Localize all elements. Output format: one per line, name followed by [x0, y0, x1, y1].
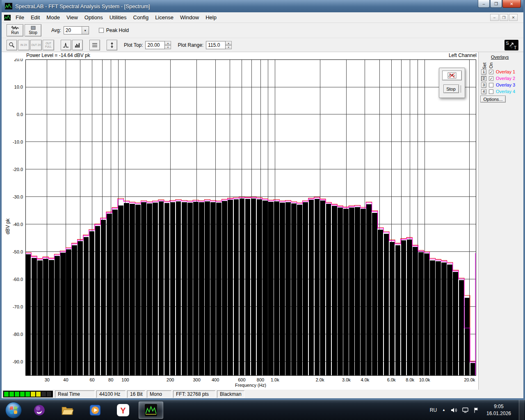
spectrum-bar — [338, 208, 343, 375]
yandex-browser-icon: Y — [117, 404, 129, 416]
language-indicator[interactable]: RU — [430, 407, 437, 413]
mdi-restore-button[interactable]: ❐ — [500, 14, 508, 21]
plot-range-input[interactable] — [206, 41, 226, 49]
menu-edit[interactable]: Edit — [27, 13, 43, 22]
taskbar-app-messenger[interactable] — [27, 402, 52, 419]
level-meter-segment-yellow — [31, 392, 35, 397]
overlay-set-button-4[interactable]: 4 — [481, 89, 486, 94]
spectrum-bar — [37, 260, 43, 375]
spectrum-bar — [153, 203, 158, 375]
overlay-checkbox-2[interactable]: ✓ — [489, 76, 493, 81]
menu-file[interactable]: File — [12, 13, 27, 22]
status-panel-2: 16 Bit — [127, 390, 145, 398]
spectrum-plot[interactable]: 20.010.00.0-10.0-20.0-30.0-40.0-50.0-60.… — [2, 59, 478, 390]
overlay-checkbox-1[interactable]: ✓ — [489, 70, 493, 74]
clock[interactable]: 9:05 16.01.2026 — [484, 403, 514, 416]
stop-button-label: Stop — [29, 30, 37, 35]
zoom-button[interactable] — [7, 40, 17, 50]
spectrum-bar — [49, 260, 54, 375]
show-desktop-button[interactable] — [519, 400, 524, 420]
spectrum-bar — [378, 230, 383, 376]
zoom-out-full-button[interactable]: OUT FULL — [43, 40, 54, 50]
menu-config[interactable]: Config — [130, 13, 152, 22]
mdi-minimize-button[interactable]: – — [490, 14, 499, 21]
spectrum-bar — [326, 204, 331, 375]
y-tick-label: -50.0 — [13, 249, 23, 254]
x-tick-label: 4.0k — [361, 377, 370, 382]
level-meter-segment-green — [25, 392, 30, 397]
display-icon[interactable] — [462, 407, 468, 413]
overlay-set-button-1[interactable]: 1 — [481, 69, 486, 75]
overlays-on-column-label: On — [488, 62, 493, 68]
avg-combobox[interactable]: 20 — [64, 26, 89, 34]
menu-mode[interactable]: Mode — [43, 13, 63, 22]
y-tick-label: -60.0 — [13, 277, 23, 282]
overlay-label-4: Overlay 4 — [496, 89, 515, 94]
avg-label: Avg: — [51, 27, 61, 33]
status-panel-4: FFT: 32768 pts — [173, 390, 215, 398]
system-tray: RU ▲ 9:05 16.01.2026 — [430, 400, 525, 420]
spectralab-app-icon — [5, 3, 12, 9]
stop-button[interactable]: Stop — [25, 24, 41, 37]
chart-header: Power Level = -14.64 dBV pk Left Channel — [2, 52, 478, 59]
overlay-set-button-3[interactable]: 3 — [481, 82, 486, 88]
overlay-checkbox-4[interactable] — [489, 89, 493, 94]
plot-top-input[interactable] — [145, 41, 165, 49]
level-meter-segment-green — [20, 392, 25, 397]
start-button[interactable] — [0, 400, 27, 420]
run-button[interactable]: Run — [7, 24, 23, 37]
spectrum-bar — [187, 203, 193, 375]
x-tick-label: 3.0k — [342, 377, 351, 382]
peak-curve-button[interactable] — [61, 40, 71, 50]
floating-toolbar[interactable]: Stop — [439, 68, 465, 98]
window-maximize-button[interactable]: ❐ — [490, 0, 502, 8]
taskbar-app-spectralab[interactable] — [139, 402, 163, 419]
overlay-checkbox-3[interactable] — [489, 83, 493, 87]
spectrum-child-icon[interactable] — [4, 15, 11, 21]
spectrum-bar — [130, 204, 135, 375]
client-area: Power Level = -14.64 dBV pk Left Channel… — [2, 52, 523, 389]
spectrum-bar — [89, 231, 95, 375]
flag-icon[interactable] — [474, 407, 479, 413]
window-minimize-button[interactable]: – — [478, 0, 490, 8]
floating-toolbar-grip[interactable] — [461, 85, 461, 93]
combo-dropdown-arrow-icon[interactable] — [82, 27, 89, 34]
level-meter-segment-off — [41, 392, 46, 397]
svg-text:Y: Y — [120, 406, 126, 415]
x-tick-label: 1.0k — [271, 377, 279, 382]
spectrum-bar — [430, 260, 435, 376]
spectrum-bar — [159, 201, 164, 375]
zoom-in-2x-button[interactable]: IN 2X — [18, 40, 30, 50]
plot-top-spinner[interactable] — [165, 41, 171, 49]
volume-icon[interactable] — [451, 407, 457, 413]
menu-options[interactable]: Options — [81, 13, 106, 22]
spectrum-bar — [101, 220, 106, 375]
hidden-icons-arrow[interactable]: ▲ — [442, 408, 445, 412]
peak-hold-checkbox[interactable] — [99, 28, 104, 33]
window-close-button[interactable]: ✕ — [502, 0, 521, 8]
plot-delete-button[interactable] — [442, 71, 462, 80]
menu-help[interactable]: Help — [202, 13, 220, 22]
y-tick-label: -90.0 — [13, 359, 23, 364]
titlebar[interactable]: SpectraLAB - FFT Spectral Analysis Syste… — [2, 0, 523, 12]
zoom-out-2x-button[interactable]: OUT 2X — [30, 40, 42, 50]
mdi-close-button[interactable]: ✕ — [509, 14, 518, 21]
menu-license[interactable]: License — [152, 13, 177, 22]
spectrum-view-button[interactable] — [72, 40, 83, 50]
taskbar-app-explorer[interactable] — [55, 402, 80, 419]
floating-stop-button[interactable]: Stop — [443, 84, 459, 93]
plot-range-spinner[interactable] — [226, 41, 232, 49]
overlay-row-3: 3Overlay 3 — [481, 82, 515, 88]
menu-utilities[interactable]: Utilities — [106, 13, 130, 22]
menu-window[interactable]: Window — [177, 13, 202, 22]
notes-button[interactable] — [89, 40, 100, 50]
taskbar-app-yandex-browser[interactable]: Y — [111, 402, 135, 419]
overlay-set-button-2[interactable]: 2 — [481, 76, 486, 81]
overlay-options-button[interactable]: Options... — [480, 96, 506, 103]
menu-view[interactable]: View — [63, 13, 81, 22]
overlay-row-2: 2✓Overlay 2 — [481, 75, 515, 82]
taskbar-app-media-player[interactable] — [83, 402, 107, 419]
spectrum-bar — [453, 272, 458, 375]
vertical-scale-button[interactable] — [107, 40, 117, 50]
x-tick-label: 300 — [193, 377, 200, 382]
